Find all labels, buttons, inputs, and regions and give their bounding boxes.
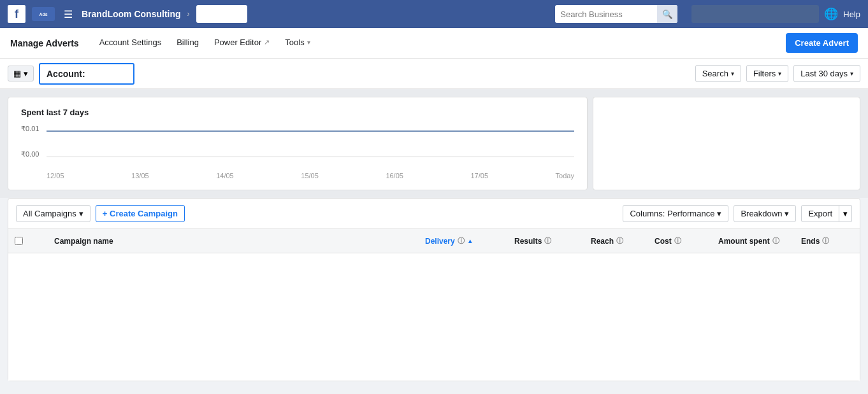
help-link[interactable]: Help <box>843 10 860 19</box>
chart-title: Spent last 7 days <box>21 108 574 117</box>
facebook-logo-icon: f <box>8 5 25 23</box>
fb-ads-logo-icon: Ads <box>32 7 55 21</box>
campaign-section: All Campaigns ▾ + Create Campaign Column… <box>8 198 860 381</box>
hamburger-menu-icon[interactable]: ☰ <box>61 6 75 23</box>
columns-arrow-icon: ▾ <box>717 209 721 218</box>
create-campaign-button[interactable]: + Create Campaign <box>96 205 185 222</box>
globe-icon[interactable]: 🌐 <box>824 7 838 21</box>
reach-info-icon[interactable]: ⓘ <box>616 236 623 246</box>
results-info-icon[interactable]: ⓘ <box>544 236 551 246</box>
account-input[interactable] <box>39 63 134 85</box>
top-bar: f Ads ☰ BrandLoom Consulting › 🔍 🌐 Help <box>0 0 868 28</box>
x-label-0: 12/05 <box>47 172 64 179</box>
columns-label: Columns: Performance <box>630 209 714 218</box>
breakdown-label: Breakdown <box>741 209 782 218</box>
filter-bar: ▦ ▾ Search ▾ Filters ▾ Last 30 days ▾ <box>0 59 868 89</box>
breakdown-arrow-icon: ▾ <box>785 209 789 218</box>
search-business-button[interactable]: 🔍 <box>657 5 677 23</box>
export-dropdown-button[interactable]: ▾ <box>839 205 852 222</box>
date-dropdown-arrow-icon: ▾ <box>850 70 853 77</box>
top-right-area: 🌐 Help <box>691 5 860 23</box>
date-range-label: Last 30 days <box>800 69 848 78</box>
brand-name: BrandLoom Consulting <box>82 9 181 19</box>
chart-line-area <box>47 125 574 163</box>
search-business-input[interactable] <box>555 5 657 23</box>
second-nav: Manage Adverts Account Settings Billing … <box>0 28 868 59</box>
filters-button[interactable]: Filters ▾ <box>746 65 788 82</box>
export-group: Export ▾ <box>801 205 852 222</box>
nav-account-settings[interactable]: Account Settings <box>92 28 170 59</box>
all-campaigns-arrow-icon: ▾ <box>79 209 83 218</box>
delivery-info-icon[interactable]: ⓘ <box>458 236 465 246</box>
export-label: Export <box>808 209 832 218</box>
filter-toggle-button[interactable]: ▦ ▾ <box>8 66 34 81</box>
nav-power-editor[interactable]: Power Editor ↗ <box>206 28 277 59</box>
x-label-4: 16/05 <box>386 172 403 179</box>
right-panel <box>593 97 860 190</box>
filters-dropdown-arrow-icon: ▾ <box>778 70 781 77</box>
columns-button[interactable]: Columns: Performance ▾ <box>623 205 728 222</box>
chart-section: Spent last 7 days ₹0.01 ₹0.00 12/05 13/0… <box>8 97 588 190</box>
ends-info-icon[interactable]: ⓘ <box>822 236 829 246</box>
nav-tools[interactable]: Tools ▾ <box>277 28 317 59</box>
chart-svg <box>47 125 574 163</box>
search-dropdown-arrow-icon: ▾ <box>731 70 734 77</box>
amount-info-icon[interactable]: ⓘ <box>772 236 779 246</box>
date-range-button[interactable]: Last 30 days ▾ <box>793 65 860 82</box>
y-label-bottom: ₹0.00 <box>21 150 39 158</box>
export-dropdown-arrow-icon: ▾ <box>843 209 848 218</box>
header-checkbox-cell <box>8 237 29 245</box>
breadcrumb-arrow-icon: › <box>187 10 190 18</box>
cost-info-icon[interactable]: ⓘ <box>674 236 681 246</box>
y-label-top: ₹0.01 <box>21 125 39 133</box>
header-delivery[interactable]: Delivery ⓘ ▲ <box>420 236 509 246</box>
all-campaigns-button[interactable]: All Campaigns ▾ <box>16 205 90 222</box>
x-label-3: 15/05 <box>301 172 319 179</box>
filter-right-area: Search ▾ Filters ▾ Last 30 days ▾ <box>695 65 860 82</box>
header-reach[interactable]: Reach ⓘ <box>586 236 649 246</box>
header-ends[interactable]: Ends ⓘ <box>796 236 860 246</box>
x-labels: 12/05 13/05 14/05 15/05 16/05 17/05 Toda… <box>47 172 574 179</box>
table-body <box>8 253 860 381</box>
create-campaign-label: + Create Campaign <box>103 209 178 218</box>
header-cost[interactable]: Cost ⓘ <box>649 236 713 246</box>
search-button[interactable]: Search ▾ <box>695 65 741 82</box>
breakdown-button[interactable]: Breakdown ▾ <box>734 205 796 222</box>
all-campaigns-label: All Campaigns <box>23 209 76 218</box>
external-link-icon: ↗ <box>264 38 270 46</box>
chart-container: ₹0.01 ₹0.00 <box>21 125 574 169</box>
delivery-sort-icon[interactable]: ▲ <box>467 237 474 244</box>
top-bar-search-input[interactable] <box>691 5 819 23</box>
x-label-1: 13/05 <box>131 172 149 179</box>
nav-billing[interactable]: Billing <box>169 28 206 59</box>
table-header: Campaign name Delivery ⓘ ▲ Results ⓘ Rea… <box>8 229 860 253</box>
header-amount-spent[interactable]: Amount spent ⓘ <box>713 236 796 246</box>
header-campaign-name: Campaign name <box>49 237 420 246</box>
filters-label: Filters <box>753 69 776 78</box>
page-name-box <box>196 5 247 23</box>
select-all-checkbox[interactable] <box>15 237 23 245</box>
filter-toggle-arrow: ▾ <box>24 69 28 78</box>
campaign-right-tools: Columns: Performance ▾ Breakdown ▾ Expor… <box>623 205 852 222</box>
export-button[interactable]: Export <box>801 205 839 222</box>
filter-toggle-icon: ▦ <box>13 69 21 78</box>
x-label-2: 14/05 <box>216 172 234 179</box>
manage-adverts-title: Manage Adverts <box>10 38 79 48</box>
x-label-6: Today <box>556 172 574 179</box>
tools-dropdown-arrow-icon: ▾ <box>307 39 310 46</box>
search-label: Search <box>702 69 728 78</box>
create-advert-button[interactable]: Create Advert <box>786 33 858 53</box>
search-business-container: 🔍 <box>555 5 677 23</box>
campaign-toolbar: All Campaigns ▾ + Create Campaign Column… <box>8 199 860 229</box>
x-label-5: 17/05 <box>470 172 488 179</box>
header-results[interactable]: Results ⓘ <box>509 236 586 246</box>
main-area: Spent last 7 days ₹0.01 ₹0.00 12/05 13/0… <box>0 89 868 198</box>
